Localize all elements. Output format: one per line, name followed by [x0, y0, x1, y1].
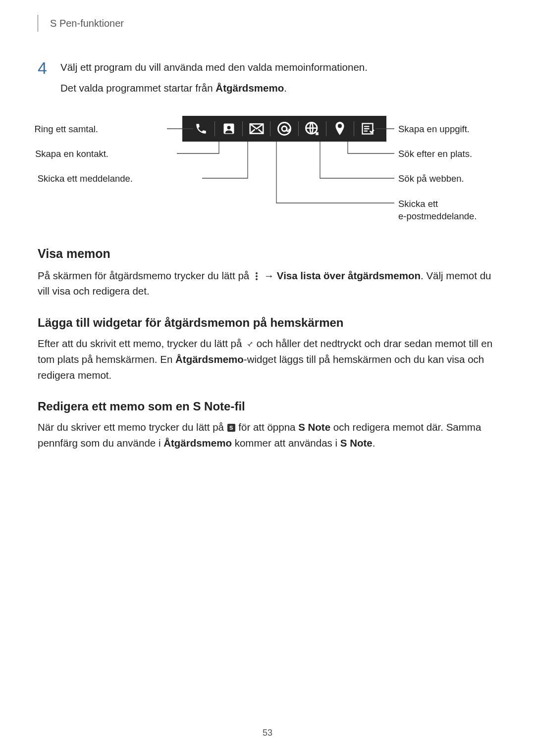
step-number: 4: [38, 59, 60, 101]
heading-widget: Lägga till widgetar för åtgärdsmemon på …: [38, 316, 497, 330]
page-number: 53: [0, 728, 535, 738]
header-bar: S Pen-funktioner: [38, 15, 497, 32]
pushpin-icon: [245, 337, 254, 346]
step-line-1: Välj ett program du vill använda med den…: [60, 59, 497, 75]
heading-visa-memon: Visa memon: [38, 247, 497, 261]
svg-point-9: [256, 272, 258, 274]
step-line-2: Det valda programmet startar från Åtgärd…: [60, 80, 497, 96]
svg-point-11: [256, 278, 258, 280]
para-widget: Efter att du skrivit ett memo, trycker d…: [38, 336, 497, 383]
heading-snote: Redigera ett memo som en S Note-fil: [38, 400, 497, 413]
para-visa-memon: På skärmen för åtgärdsmemo trycker du lä…: [38, 268, 497, 300]
instruction-step-4: 4 Välj ett program du vill använda med d…: [38, 59, 497, 101]
svg-text:S: S: [229, 425, 233, 431]
more-options-icon: [252, 269, 261, 278]
svg-point-10: [256, 275, 258, 277]
breadcrumb: S Pen-funktioner: [50, 18, 124, 29]
para-snote: När du skriver ett memo trycker du lätt …: [38, 419, 497, 451]
action-memo-diagram: Ring ett samtal. Skapa en kontakt. Skick…: [38, 116, 497, 230]
snote-icon: S: [227, 421, 236, 430]
